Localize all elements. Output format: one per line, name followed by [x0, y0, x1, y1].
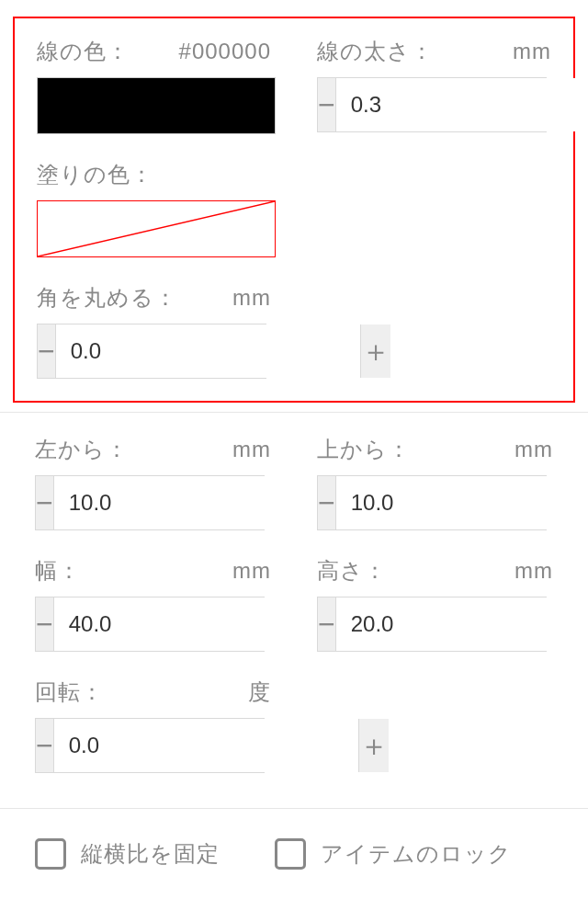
rotation-stepper: − ＋	[35, 718, 265, 773]
checkbox-icon	[35, 838, 66, 870]
corner-radius-input[interactable]	[56, 324, 360, 378]
from-left-label: 左から：	[35, 435, 129, 464]
fill-color-swatch[interactable]	[37, 200, 276, 257]
rotation-unit: 度	[248, 677, 271, 707]
position-section: 左から： mm − ＋ 上から： mm − ＋ 幅：	[0, 413, 588, 799]
line-width-label: 線の太さ：	[317, 37, 434, 66]
rotation-decrement-button[interactable]: −	[36, 719, 54, 772]
height-field: 高さ： mm − ＋	[317, 556, 553, 652]
width-unit: mm	[232, 558, 271, 584]
no-fill-icon	[38, 201, 275, 256]
corner-radius-decrement-button[interactable]: −	[38, 324, 56, 378]
height-decrement-button[interactable]: −	[318, 597, 336, 651]
width-label: 幅：	[35, 556, 81, 586]
lock-aspect-checkbox[interactable]: 縦横比を固定	[35, 838, 220, 870]
fill-color-field: 塗りの色：	[37, 160, 551, 257]
lock-item-checkbox[interactable]: アイテムのロック	[275, 838, 512, 870]
height-stepper: − ＋	[317, 597, 547, 652]
from-top-label: 上から：	[317, 435, 411, 464]
width-decrement-button[interactable]: −	[36, 597, 54, 651]
line-width-input[interactable]	[336, 78, 588, 131]
height-unit: mm	[514, 558, 553, 584]
line-color-field: 線の色： #000000	[37, 37, 271, 134]
width-stepper: − ＋	[35, 597, 265, 652]
from-top-decrement-button[interactable]: −	[318, 476, 336, 529]
lock-item-label: アイテムのロック	[321, 839, 512, 869]
from-left-stepper: − ＋	[35, 475, 265, 530]
appearance-section: 線の色： #000000 線の太さ： mm − ＋ 塗りの色：	[13, 17, 575, 403]
corner-radius-unit: mm	[232, 285, 271, 311]
from-top-input[interactable]	[336, 476, 588, 529]
from-top-field: 上から： mm − ＋	[317, 435, 553, 530]
fill-color-label: 塗りの色：	[37, 160, 153, 189]
line-width-decrement-button[interactable]: −	[318, 78, 336, 131]
corner-radius-field: 角を丸める： mm − ＋	[37, 283, 271, 379]
rotation-label: 回転：	[35, 677, 104, 707]
line-color-label: 線の色：	[37, 37, 130, 66]
height-label: 高さ：	[317, 556, 387, 586]
svg-line-0	[38, 201, 275, 256]
height-input[interactable]	[336, 597, 588, 651]
corner-radius-stepper: − ＋	[37, 324, 266, 379]
options-section: 縦横比を固定 アイテムのロック	[0, 809, 588, 899]
line-color-value-text: #000000	[179, 39, 271, 64]
from-left-unit: mm	[232, 437, 271, 462]
lock-aspect-label: 縦横比を固定	[81, 839, 220, 869]
from-top-stepper: − ＋	[317, 475, 547, 530]
from-left-decrement-button[interactable]: −	[36, 476, 54, 529]
width-field: 幅： mm − ＋	[35, 556, 271, 652]
rotation-input[interactable]	[54, 719, 358, 772]
corner-radius-label: 角を丸める：	[37, 283, 177, 313]
from-top-unit: mm	[514, 437, 553, 462]
checkbox-icon	[275, 838, 306, 870]
width-input[interactable]	[54, 597, 358, 651]
line-width-unit: mm	[513, 39, 551, 64]
line-width-stepper: − ＋	[317, 77, 547, 132]
from-left-input[interactable]	[54, 476, 358, 529]
line-color-swatch[interactable]	[37, 77, 276, 134]
line-width-field: 線の太さ： mm − ＋	[317, 37, 551, 134]
from-left-field: 左から： mm − ＋	[35, 435, 271, 530]
rotation-field: 回転： 度 − ＋	[35, 677, 271, 773]
